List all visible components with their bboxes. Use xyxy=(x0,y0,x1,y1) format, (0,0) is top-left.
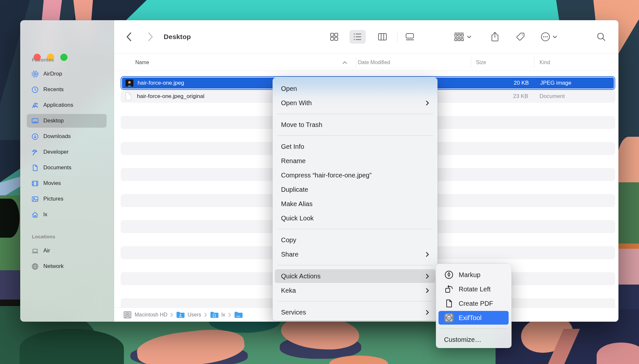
harddrive-icon xyxy=(123,311,132,319)
submenu-item-label: Create PDF xyxy=(459,300,493,307)
submenu-item-rotate-left[interactable]: Rotate Left xyxy=(436,282,512,296)
sidebar-favorites-list: AirDrop Recents Applications Desktop xyxy=(20,66,114,222)
folder-icon[interactable] xyxy=(234,311,243,318)
appstore-icon xyxy=(31,102,39,109)
jpeg-thumbnail xyxy=(125,79,134,87)
menu-item-keka[interactable]: Keka xyxy=(273,283,438,298)
menu-item-label: Open xyxy=(281,85,297,92)
submenu-arrow-icon xyxy=(426,100,429,106)
menu-item-share[interactable]: Share xyxy=(273,247,438,261)
chevron-down-icon xyxy=(553,35,557,38)
submenu-arrow-icon xyxy=(426,310,429,315)
sort-ascending-icon xyxy=(342,60,347,65)
group-by-button[interactable] xyxy=(450,30,475,44)
file-name: hair-force-one.jpeg xyxy=(138,80,184,86)
sidebar-item-applications[interactable]: Applications xyxy=(20,97,114,113)
film-icon xyxy=(31,180,39,187)
path-segment-users[interactable]: Users xyxy=(187,312,201,318)
submenu-item-create-pdf[interactable]: Create PDF xyxy=(436,296,512,311)
back-button[interactable] xyxy=(123,30,134,43)
zoom-button[interactable] xyxy=(60,54,67,61)
airdrop-icon xyxy=(31,70,39,78)
wallpaper-shape xyxy=(0,199,20,238)
menu-item-label: Services xyxy=(281,309,306,316)
quick-actions-submenu: Markup Rotate Left Create PDF ExifTool C… xyxy=(436,264,512,348)
menu-separator xyxy=(440,329,507,329)
wallpaper-shape xyxy=(20,329,124,364)
sidebar-item-downloads[interactable]: Downloads xyxy=(20,129,114,144)
menu-item-make-alias[interactable]: Make Alias xyxy=(273,197,438,211)
sidebar-item-airdrop[interactable]: AirDrop xyxy=(20,66,114,82)
sidebar-item-pictures[interactable]: Pictures xyxy=(20,191,114,207)
share-button[interactable] xyxy=(488,30,502,44)
column-header-kind[interactable]: Kind xyxy=(540,60,550,65)
photo-icon xyxy=(31,195,39,203)
menu-item-open-with[interactable]: Open With xyxy=(273,96,438,110)
menu-separator xyxy=(277,114,433,114)
tag-button[interactable] xyxy=(513,30,528,44)
sidebar-section-locations: Locations xyxy=(32,234,55,241)
file-size: 20 KB xyxy=(464,80,529,86)
sidebar-item-network[interactable]: Network xyxy=(20,259,114,274)
icon-view-button[interactable] xyxy=(326,30,342,44)
gallery-view-button[interactable] xyxy=(402,30,418,44)
column-divider[interactable] xyxy=(471,57,471,68)
menu-item-label: Share xyxy=(281,251,298,258)
menu-item-duplicate[interactable]: Duplicate xyxy=(273,182,438,197)
folder-home-icon xyxy=(210,311,218,318)
menu-item-label: Duplicate xyxy=(281,186,308,193)
menu-item-quick-look[interactable]: Quick Look xyxy=(273,211,438,225)
sidebar-item-label: Desktop xyxy=(43,118,64,124)
path-segment-lx[interactable]: lx xyxy=(221,312,225,318)
sidebar-item-label: AirDrop xyxy=(43,71,62,77)
sidebar-item-recents[interactable]: Recents xyxy=(20,82,114,97)
submenu-item-customize[interactable]: Customize… xyxy=(436,332,512,347)
menu-item-copy[interactable]: Copy xyxy=(273,233,438,247)
submenu-item-label: Customize… xyxy=(444,336,481,343)
sidebar-item-movies[interactable]: Movies xyxy=(20,175,114,191)
menu-item-services[interactable]: Services xyxy=(273,305,438,319)
sidebar-item-desktop[interactable]: Desktop xyxy=(20,113,114,129)
search-button[interactable] xyxy=(594,30,608,44)
column-divider[interactable] xyxy=(534,57,534,68)
sidebar-item-lx[interactable]: lx xyxy=(20,207,114,222)
menu-item-quick-actions[interactable]: Quick Actions xyxy=(273,269,438,283)
sidebar-item-documents[interactable]: Documents xyxy=(20,160,114,175)
more-options-button[interactable] xyxy=(537,30,560,44)
sidebar-item-air[interactable]: Air xyxy=(20,243,114,259)
submenu-item-markup[interactable]: Markup xyxy=(436,268,512,282)
sidebar-item-developer[interactable]: Developer xyxy=(20,144,114,160)
column-header-name[interactable]: Name xyxy=(135,60,149,65)
menu-item-rename[interactable]: Rename xyxy=(273,154,438,168)
exiftool-icon xyxy=(444,313,454,323)
menu-item-get-info[interactable]: Get Info xyxy=(273,139,438,154)
sidebar-item-label: Pictures xyxy=(43,196,63,202)
toolbar: Desktop xyxy=(114,20,618,54)
markup-icon xyxy=(444,270,454,280)
sidebar-item-label: lx xyxy=(43,211,47,218)
sidebar-item-label: Recents xyxy=(43,86,64,93)
path-segment-macintosh-hd[interactable]: Macintosh HD xyxy=(135,312,167,318)
document-icon xyxy=(31,164,39,172)
chevron-down-icon xyxy=(467,35,471,38)
create-pdf-icon xyxy=(444,299,454,308)
list-view-button[interactable] xyxy=(349,30,366,44)
submenu-arrow-icon xyxy=(426,288,429,293)
menu-separator xyxy=(277,265,433,265)
laptop-icon xyxy=(31,247,39,255)
sidebar-item-label: Air xyxy=(43,247,50,254)
menu-item-open[interactable]: Open xyxy=(273,81,438,96)
column-header-size[interactable]: Size xyxy=(476,60,486,65)
menu-item-label: Get Info xyxy=(281,143,304,150)
file-name: hair-force-one.jpeg_original xyxy=(137,93,204,100)
menu-item-compress[interactable]: Compress “hair-force-one.jpeg” xyxy=(273,168,438,182)
menu-item-move-to-trash[interactable]: Move to Trash xyxy=(273,118,438,132)
submenu-item-exiftool[interactable]: ExifTool xyxy=(436,311,512,325)
download-circle-icon xyxy=(31,133,39,140)
column-divider[interactable] xyxy=(356,57,356,68)
clock-icon xyxy=(31,86,39,93)
column-header-date-modified[interactable]: Date Modified xyxy=(358,60,390,65)
forward-button[interactable] xyxy=(145,30,156,43)
column-view-button[interactable] xyxy=(374,30,391,44)
file-kind: JPEG image xyxy=(540,80,571,86)
